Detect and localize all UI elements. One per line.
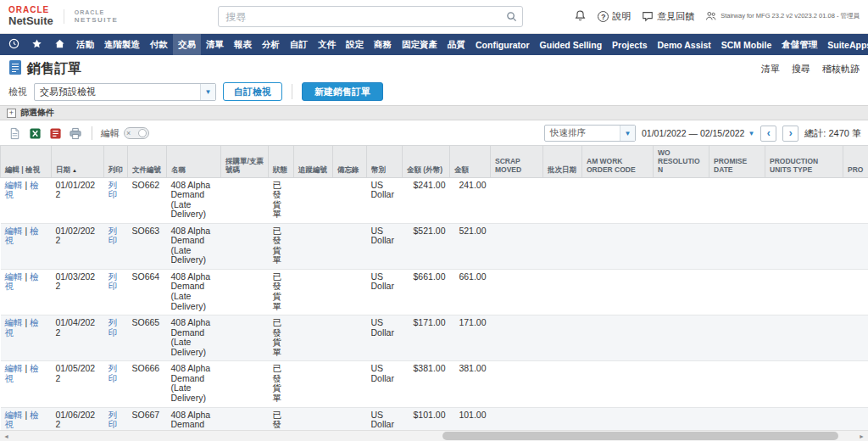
main-navigation: 活動進階製造付款交易清單報表分析自訂文件設定商務固定資產品質Configurat…	[0, 34, 868, 55]
cell-currency: US Dollar	[367, 177, 403, 223]
cell-docno: SO663	[128, 223, 167, 269]
nav-tab-11[interactable]: 商務	[369, 34, 397, 55]
column-header-amount[interactable]: 金額	[450, 146, 491, 178]
cell-print: 列印	[104, 223, 128, 269]
nav-tab-20[interactable]: SuiteApps	[822, 34, 868, 55]
column-header-am_wo_code[interactable]: AM WORK ORDER CODE	[582, 146, 654, 178]
column-header-batch_date[interactable]: 批次日期	[543, 146, 582, 178]
date-range-control[interactable]: 01/01/2022 — 02/15/2022 ▼	[642, 128, 754, 138]
new-sales-order-button[interactable]: 新建銷售訂單	[302, 82, 383, 101]
cell-am_wo_code	[582, 223, 654, 269]
nav-tab-4[interactable]: 交易	[173, 34, 201, 55]
scroll-left-icon[interactable]: ◄	[0, 433, 13, 439]
inline-edit-toggle[interactable]: ×	[124, 127, 149, 139]
feedback-button[interactable]: 意見回饋	[642, 10, 694, 24]
cell-po	[221, 223, 269, 269]
scrollbar-track[interactable]	[13, 431, 855, 441]
search-icon[interactable]	[500, 11, 522, 22]
column-header-tracking[interactable]: 追蹤編號	[294, 146, 333, 178]
column-header-status[interactable]: 狀態	[269, 146, 294, 178]
column-header-memo[interactable]: 備忘錄	[333, 146, 367, 178]
scrollbar-thumb[interactable]	[442, 432, 838, 440]
column-header-amount_fx[interactable]: 金額 (外幣)	[403, 146, 450, 178]
nav-tab-7[interactable]: 分析	[257, 34, 285, 55]
nav-tab-6[interactable]: 報表	[229, 34, 257, 55]
nav-tab-12[interactable]: 固定資產	[397, 34, 442, 55]
horizontal-scrollbar[interactable]: ◄ ►	[0, 430, 868, 441]
nav-tab-17[interactable]: Demo Assist	[653, 34, 716, 55]
print-link[interactable]: 列印	[108, 180, 118, 200]
customize-view-button[interactable]: 自訂檢視	[223, 82, 282, 101]
export-excel-icon[interactable]	[27, 126, 42, 141]
nav-tab-3[interactable]: 付款	[145, 34, 173, 55]
next-page-button[interactable]: ›	[782, 126, 798, 142]
shortcuts-button[interactable]	[25, 34, 48, 55]
page-link-2[interactable]: 搜尋	[792, 63, 810, 75]
nav-tab-18[interactable]: SCM Mobile	[716, 34, 777, 55]
cell-production_units_type	[765, 177, 843, 223]
help-button[interactable]: ? 說明	[598, 10, 631, 23]
nav-tab-15[interactable]: Guided Selling	[535, 34, 608, 55]
nav-tab-2[interactable]: 進階製造	[99, 34, 145, 55]
home-button[interactable]	[48, 34, 71, 55]
column-header-production_units_type[interactable]: PRODUCTION UNITS TYPE	[765, 146, 843, 178]
recent-records-button[interactable]	[3, 34, 25, 55]
print-link[interactable]: 列印	[108, 317, 118, 338]
column-header-name[interactable]: 名稱	[167, 146, 221, 178]
print-link[interactable]: 列印	[108, 226, 118, 246]
cell-date: 01/05/2022	[52, 361, 104, 407]
quick-sort-dropdown[interactable]: 快速排序 ▼	[544, 125, 636, 142]
column-header-print[interactable]: 列印	[104, 146, 128, 178]
nav-tab-16[interactable]: Projects	[607, 34, 652, 55]
column-header-date[interactable]: 日期▲	[52, 146, 104, 178]
nav-tab-10[interactable]: 設定	[341, 34, 369, 55]
nav-tab-8[interactable]: 自訂	[285, 34, 313, 55]
chevron-down-icon: ▼	[620, 126, 635, 141]
column-header-wo_resolution[interactable]: WO RESOLUTION	[654, 146, 709, 178]
page-link-3[interactable]: 稽核軌跡	[822, 63, 860, 75]
cell-scrap_moved	[491, 361, 543, 407]
column-header-actions[interactable]: 編輯 | 檢視	[1, 146, 52, 178]
print-link[interactable]: 列印	[108, 410, 118, 430]
export-pdf-icon[interactable]	[47, 126, 63, 141]
cell-amount: 381.00	[450, 361, 491, 407]
cell-pro	[843, 177, 868, 223]
edit-link[interactable]: 編輯	[5, 317, 23, 327]
view-select[interactable]: 交易預設檢視 ▼	[34, 83, 216, 101]
nav-tab-19[interactable]: 倉儲管理	[776, 34, 822, 55]
nav-tab-1[interactable]: 活動	[71, 34, 99, 55]
nav-tab-14[interactable]: Configurator	[470, 34, 535, 55]
edit-link[interactable]: 編輯	[5, 226, 23, 236]
print-link[interactable]: 列印	[108, 363, 118, 383]
print-icon[interactable]	[68, 126, 83, 141]
edit-link[interactable]: 編輯	[5, 410, 23, 420]
column-header-promise_date[interactable]: PROMISE DATE	[709, 146, 765, 178]
scroll-right-icon[interactable]: ►	[855, 433, 868, 439]
prev-page-button[interactable]: ‹	[760, 126, 776, 142]
column-header-docno[interactable]: 文件編號	[128, 146, 167, 178]
nav-tab-5[interactable]: 清單	[201, 34, 229, 55]
account-role-menu[interactable]: Stairway for MFG 23.2 v2 v2023.2 01.08 -…	[705, 10, 860, 24]
nav-tabs: 活動進階製造付款交易清單報表分析自訂文件設定商務固定資產品質Configurat…	[71, 34, 868, 55]
column-header-pro[interactable]: PRO	[843, 146, 868, 178]
column-header-po[interactable]: 採購單/支票號碼	[221, 146, 269, 178]
export-csv-icon[interactable]	[7, 126, 22, 141]
nav-tab-9[interactable]: 文件	[313, 34, 341, 55]
column-header-scrap_moved[interactable]: SCRAP MOVED	[491, 146, 543, 178]
chevron-down-icon: ▼	[748, 130, 754, 137]
search-input[interactable]	[219, 11, 500, 23]
edit-link[interactable]: 編輯	[5, 180, 23, 190]
edit-link[interactable]: 編輯	[5, 363, 23, 373]
edit-link[interactable]: 編輯	[5, 271, 23, 282]
print-link[interactable]: 列印	[108, 271, 118, 292]
cell-production_units_type	[765, 361, 843, 407]
cell-batch_date	[543, 223, 582, 269]
cell-wo_resolution	[654, 223, 709, 269]
page-title-bar: 銷售訂單 清單搜尋稽核軌跡	[0, 55, 868, 80]
expand-filters-icon[interactable]: +	[7, 109, 16, 118]
notifications-button[interactable]	[574, 9, 587, 24]
nav-tab-13[interactable]: 品質	[442, 34, 470, 55]
page-link-1[interactable]: 清單	[761, 63, 780, 75]
filters-bar[interactable]: + 篩選條件	[0, 105, 868, 120]
column-header-currency[interactable]: 幣別	[367, 146, 403, 178]
